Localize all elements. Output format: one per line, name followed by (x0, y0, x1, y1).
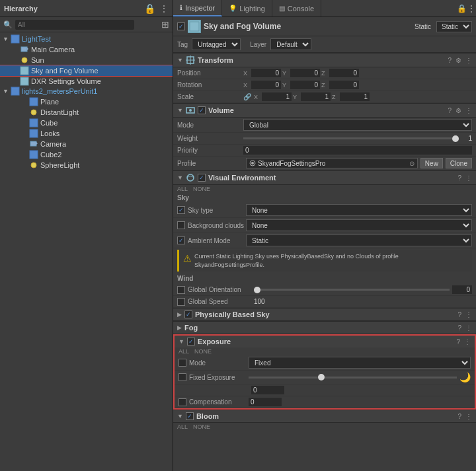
volume-settings-icon[interactable]: ⚙ (456, 107, 461, 114)
bloom-help-icon[interactable]: ? (457, 413, 461, 420)
tree-item-looks[interactable]: Looks (0, 128, 173, 139)
transform-settings-icon[interactable]: ⚙ (456, 57, 461, 64)
bloom-all-btn[interactable]: ALL (177, 423, 188, 430)
tab-console[interactable]: ▤ Console (272, 0, 321, 17)
global-orient-checkbox[interactable] (177, 286, 185, 294)
bloom-section-header[interactable]: ▼ Bloom ? ⋮ (173, 410, 476, 423)
tag-dropdown[interactable]: Untagged (192, 38, 241, 50)
sky-type-dropdown[interactable]: None (246, 204, 472, 216)
transform-help-icon[interactable]: ? (448, 57, 452, 64)
global-orient-slider[interactable] (254, 289, 450, 291)
transform-section-header[interactable]: ▼ Transform ? ⚙ ⋮ (173, 53, 476, 67)
tree-item-dxrsettings[interactable]: DXR Settings Volume (0, 76, 173, 87)
pbs-section-header[interactable]: ▶ Physically Based Sky ? ⋮ (173, 308, 476, 321)
volume-priority-value (243, 146, 472, 155)
compensation-checkbox[interactable] (178, 398, 186, 406)
transform-more-icon[interactable]: ⋮ (465, 57, 472, 64)
hierarchy-more-icon[interactable]: ⋮ (159, 3, 169, 14)
sky-type-checkbox[interactable] (177, 206, 185, 214)
volume-section-header[interactable]: ▼ Volume ? ⚙ ⋮ (173, 103, 476, 118)
exposure-checkbox[interactable] (187, 338, 195, 345)
exposure-help-icon[interactable]: ? (456, 338, 460, 345)
priority-input[interactable] (243, 146, 472, 155)
weight-slider[interactable] (243, 137, 459, 139)
ambient-mode-checkbox[interactable] (177, 236, 185, 244)
fixed-exposure-checkbox[interactable] (178, 373, 186, 381)
tree-item-maincamera[interactable]: Main Camera (0, 44, 173, 55)
volume-help-icon[interactable]: ? (448, 107, 452, 114)
visual-env-none-btn[interactable]: NONE (193, 186, 210, 192)
tree-item-plane[interactable]: Plane (0, 96, 173, 107)
exposure-none-btn[interactable]: NONE (194, 348, 212, 355)
fixed-exposure-input[interactable] (251, 386, 284, 394)
tab-inspector[interactable]: ℹ Inspector (173, 0, 222, 17)
exposure-mode-checkbox[interactable] (178, 359, 186, 367)
volume-more-icon[interactable]: ⋮ (465, 107, 472, 114)
clone-profile-button[interactable]: Clone (446, 158, 472, 168)
pbs-more-icon[interactable]: ⋮ (465, 311, 472, 318)
pbs-help-icon[interactable]: ? (457, 311, 461, 318)
bg-clouds-checkbox[interactable] (177, 221, 185, 229)
scale-x[interactable] (262, 92, 292, 101)
volume-checkbox[interactable] (198, 106, 206, 114)
scale-y[interactable] (301, 92, 331, 101)
pbs-checkbox[interactable] (184, 310, 192, 318)
tree-item-cube[interactable]: Cube (0, 118, 173, 128)
exposure-mode-dropdown[interactable]: Fixed (249, 357, 471, 369)
inspector-more-icon[interactable]: ⋮ (467, 3, 476, 14)
fixed-exposure-slider-container: 🌙 (249, 372, 471, 382)
global-speed-checkbox[interactable] (177, 298, 185, 306)
hierarchy-grid-icon[interactable]: ⊞ (161, 19, 169, 30)
visual-env-more-icon[interactable]: ⋮ (465, 174, 472, 182)
scale-z[interactable] (340, 92, 370, 101)
exposure-section-header[interactable]: ▼ Exposure ? ⋮ (175, 336, 475, 347)
tree-item-cube2[interactable]: Cube2 (0, 149, 173, 160)
compensation-input[interactable] (249, 398, 282, 406)
object-active-checkbox[interactable] (177, 22, 185, 30)
tree-item-lights2[interactable]: ▼ lights2_metersPerUnit1 (0, 87, 173, 96)
static-dropdown[interactable]: Static (436, 21, 472, 32)
visual-env-checkbox[interactable] (198, 174, 206, 182)
fog-more-icon[interactable]: ⋮ (465, 324, 472, 332)
bg-clouds-dropdown[interactable]: None (246, 219, 472, 231)
layer-dropdown[interactable]: Default (270, 38, 311, 50)
bloom-none-btn[interactable]: NONE (193, 423, 210, 430)
volume-arrow: ▼ (177, 107, 183, 114)
bloom-checkbox[interactable] (186, 412, 194, 420)
hierarchy-search-input[interactable] (15, 20, 134, 30)
new-profile-button[interactable]: New (420, 158, 443, 168)
tree-item-camera[interactable]: Camera (0, 139, 173, 149)
exposure-all-btn[interactable]: ALL (178, 348, 189, 355)
position-z[interactable] (329, 69, 359, 77)
visual-env-all-btn[interactable]: ALL (177, 186, 188, 192)
tree-item-skyandFogvolume[interactable]: Sky and Fog Volume (0, 65, 173, 76)
position-y[interactable] (290, 69, 320, 77)
position-x[interactable] (251, 69, 281, 77)
fixed-exposure-slider[interactable] (249, 377, 457, 379)
tree-item-spherelight[interactable]: SphereLight (0, 160, 173, 170)
tree-item-lighttest[interactable]: ▼ LightTest (0, 34, 173, 44)
tree-item-distantlight[interactable]: DistantLight (0, 107, 173, 118)
rotation-z[interactable] (329, 81, 359, 89)
bloom-more-icon[interactable]: ⋮ (465, 413, 472, 420)
static-label: Static (415, 23, 431, 30)
fog-help-icon[interactable]: ? (457, 324, 461, 332)
rotation-y[interactable] (290, 81, 320, 89)
tree-item-sun[interactable]: Sun (0, 55, 173, 65)
fog-section-header[interactable]: ▶ Fog ? ⋮ (173, 321, 476, 334)
volume-mode-dropdown[interactable]: Global (243, 119, 472, 131)
visual-env-arrow: ▼ (177, 174, 183, 181)
hierarchy-lock-icon[interactable]: 🔒 (144, 3, 155, 14)
visual-env-help-icon[interactable]: ? (457, 174, 461, 182)
tab-lighting[interactable]: 💡 Lighting (222, 0, 272, 17)
global-orient-slider-container (254, 285, 472, 294)
global-orient-input[interactable] (452, 285, 472, 294)
inspector-lock-icon[interactable]: 🔒 (457, 4, 467, 13)
visual-env-section-header[interactable]: ▼ Visual Environment ? ⋮ (173, 170, 476, 185)
bg-clouds-row: Background clouds None (173, 218, 476, 233)
exposure-more-icon[interactable]: ⋮ (464, 338, 471, 345)
inspector-body: Sky and Fog Volume Static Static Tag Unt… (173, 17, 476, 471)
rotation-x[interactable] (251, 81, 281, 89)
ambient-mode-value: Static (246, 235, 472, 246)
ambient-mode-dropdown[interactable]: Static (246, 235, 472, 246)
